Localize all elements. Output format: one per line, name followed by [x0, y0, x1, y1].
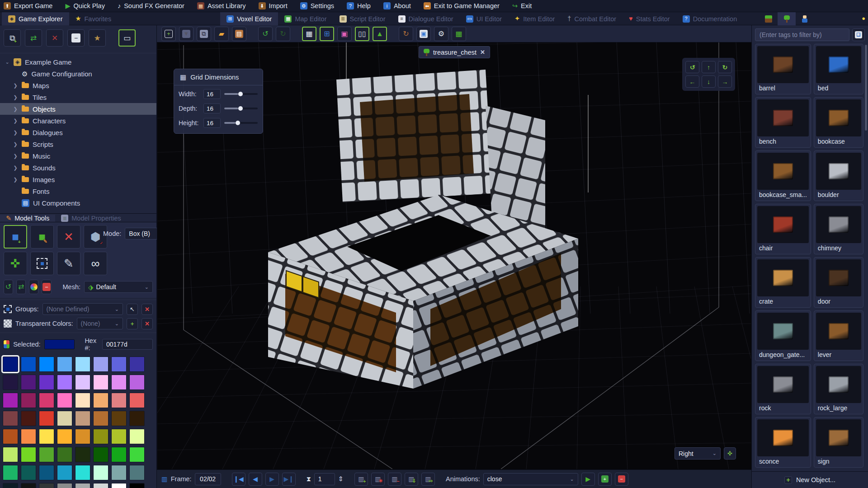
palette-swatch[interactable] — [21, 483, 36, 488]
eyedropper-tool[interactable]: ✎ — [57, 252, 80, 275]
menu-item-quick-play[interactable]: ▶Quick Play — [65, 2, 104, 9]
palette-swatch[interactable] — [57, 483, 72, 488]
menu-item-exit[interactable]: ↪Exit — [512, 2, 532, 9]
mirror-view-button[interactable]: ▯▯ — [355, 27, 369, 41]
object-card-bookcase[interactable]: bookcase — [814, 97, 863, 148]
tab-voxel-editor[interactable]: ⊞Voxel Editor — [220, 12, 278, 25]
erase-voxel-tool[interactable]: ✕ — [57, 225, 80, 249]
palette-swatch[interactable] — [21, 411, 36, 426]
palette-swatch[interactable] — [111, 357, 127, 372]
tag-filter-button[interactable]: ❑ — [852, 28, 865, 41]
tree-item-ui-components[interactable]: ▤UI Components — [0, 197, 156, 209]
palette-swatch[interactable] — [75, 483, 90, 488]
palette-swatch[interactable] — [57, 429, 72, 444]
palette-swatch[interactable] — [75, 465, 90, 480]
palette-swatch[interactable] — [75, 447, 90, 462]
object-card-sconce[interactable]: sconce — [755, 417, 811, 468]
palette-swatch[interactable] — [93, 375, 108, 390]
palette-swatch[interactable] — [93, 465, 108, 480]
palette-swatch[interactable] — [129, 447, 145, 462]
object-card-chair[interactable]: chair — [755, 204, 811, 254]
palette-swatch[interactable] — [57, 411, 72, 426]
library-characters-tab[interactable] — [796, 12, 814, 25]
palette-swatch[interactable] — [111, 411, 127, 426]
tag-filter-input[interactable] — [755, 28, 849, 41]
tree-item-example-game[interactable]: ⌄◈Example Game — [0, 56, 156, 68]
tab-model-tools[interactable]: ✎Model Tools — [0, 215, 55, 222]
object-card-bookcase_sma[interactable]: bookcase_sma... — [755, 150, 811, 201]
notification-icon[interactable]: ● — [862, 15, 865, 21]
menu-item-settings[interactable]: ⚙Settings — [300, 2, 334, 9]
animation-select[interactable]: close⌄ — [483, 473, 578, 485]
palette-swatch[interactable] — [111, 393, 127, 408]
paint-voxel-tool[interactable]: ■✎ — [30, 225, 54, 249]
menu-item-asset-library[interactable]: ▦Asset Library — [197, 2, 246, 9]
palette-swatch[interactable] — [129, 357, 145, 372]
palette-swatch[interactable] — [129, 465, 145, 480]
prev-frame-button[interactable]: ◀ — [249, 473, 262, 486]
tab-stats-editor[interactable]: ♥Stats Editor — [623, 12, 676, 25]
lighting-button[interactable]: ▲ — [373, 27, 387, 41]
voxel-viewport[interactable]: treasure_chest ✕ ▦ Grid Dimensions Width… — [157, 42, 751, 469]
menu-item-exit-to-game-manager[interactable]: ⬅Exit to Game Manager — [424, 2, 500, 9]
tab-ui-editor[interactable]: ▭UI Editor — [460, 12, 508, 25]
palette-button[interactable] — [29, 280, 38, 294]
palette-swatch[interactable] — [3, 447, 18, 462]
new-model-button[interactable]: + — [161, 27, 176, 41]
model-tab-treasure-chest[interactable]: treasure_chest ✕ — [419, 46, 490, 58]
grid-field-value[interactable]: 16 — [203, 118, 221, 128]
palette-swatch[interactable] — [39, 483, 54, 488]
object-card-crate[interactable]: crate — [755, 257, 811, 308]
rotate-left-button[interactable]: ↺ — [685, 61, 699, 73]
view-settings-button[interactable]: ⚙ — [434, 27, 448, 41]
tree-item-fonts[interactable]: Fonts — [0, 185, 156, 197]
tree-item-game-configuration[interactable]: ⚙Game Configuration — [0, 68, 156, 80]
menu-item-import[interactable]: ⬇Import — [259, 2, 288, 9]
tab-combat-editor[interactable]: †Combat Editor — [561, 12, 623, 25]
palette-swatch[interactable] — [129, 429, 145, 444]
object-card-door[interactable]: door — [814, 257, 863, 308]
add-frame-button[interactable]: ▥+ — [354, 473, 368, 486]
menu-item-export-game[interactable]: ⬆Export Game — [4, 2, 52, 9]
tree-item-images[interactable]: ❯Images — [0, 174, 156, 185]
palette-swatch[interactable] — [93, 429, 108, 444]
frame-delay-input[interactable]: 1 — [314, 473, 335, 485]
grid-field-slider[interactable] — [224, 122, 258, 124]
palette-swatch[interactable] — [129, 393, 145, 408]
open-folder-button[interactable]: ▰ — [214, 27, 229, 41]
add-asset-button[interactable]: ⧉+ — [4, 29, 21, 47]
palette-swatch[interactable] — [21, 357, 36, 372]
tab-game-explorer[interactable]: ◈Game Explorer — [2, 12, 69, 25]
palette-swatch[interactable] — [3, 465, 18, 480]
tree-item-maps[interactable]: ❯Maps — [0, 80, 156, 91]
move-frame-button[interactable]: ▥⇨ — [421, 473, 435, 486]
move-left-button[interactable]: ← — [685, 75, 699, 88]
palette-swatch[interactable] — [57, 465, 72, 480]
palette-swatch[interactable] — [129, 375, 145, 390]
move-down-button[interactable]: ↓ — [702, 75, 716, 88]
delete-group-button[interactable]: ✕ — [142, 304, 153, 315]
orientation-button[interactable]: ↻ — [399, 27, 413, 41]
add-transparent-color-button[interactable]: + — [127, 318, 138, 329]
palette-swatch[interactable] — [57, 375, 72, 390]
palette-swatch[interactable] — [129, 411, 145, 426]
scrollbar[interactable] — [865, 45, 867, 131]
play-animation-button[interactable]: ▶ — [581, 473, 595, 486]
menu-item-sound-fx-generator[interactable]: ♪Sound FX Generator — [118, 2, 184, 9]
palette-swatch[interactable] — [93, 357, 108, 372]
tab-dialogue-editor[interactable]: ≡Dialogue Editor — [392, 12, 460, 25]
palette-swatch[interactable] — [75, 429, 90, 444]
palette-swatch[interactable] — [57, 447, 72, 462]
palette-swatch[interactable] — [39, 411, 54, 426]
palette-swatch[interactable] — [39, 393, 54, 408]
export-sheet-button[interactable]: ▦ — [452, 27, 466, 41]
tab-item-editor[interactable]: ✦Item Editor — [508, 12, 561, 25]
insert-frame-button[interactable]: ▥✳ — [371, 473, 385, 486]
tree-item-characters[interactable]: ❯Characters — [0, 115, 156, 127]
remove-frame-button[interactable]: ▥− — [388, 473, 401, 486]
palette-swatch[interactable] — [21, 393, 36, 408]
undo-button[interactable]: ↺ — [258, 27, 273, 41]
delete-button[interactable]: ✕ — [46, 29, 63, 47]
palette-swatch[interactable] — [21, 429, 36, 444]
palette-swatch[interactable] — [111, 447, 127, 462]
